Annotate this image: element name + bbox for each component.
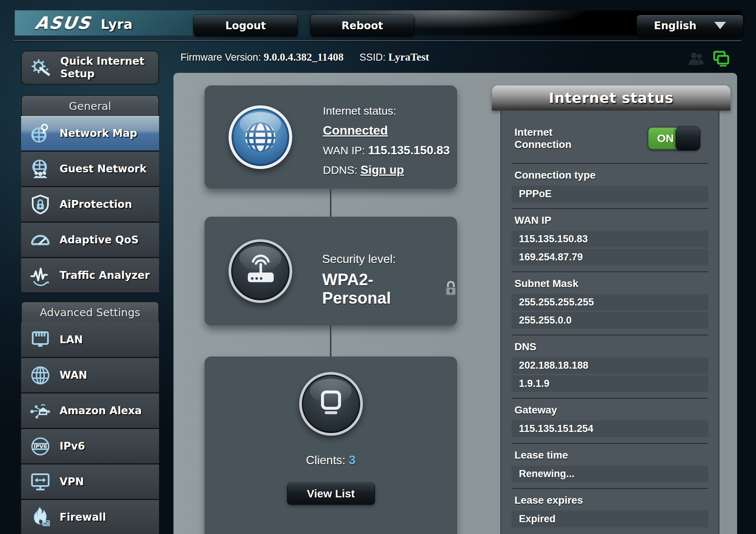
- sidebar-group-advanced-settings: Advanced Settings: [21, 301, 159, 322]
- panel-section-label: DNS: [514, 341, 708, 353]
- clients-count-line: Clients: 3: [205, 453, 457, 467]
- reboot-button[interactable]: Reboot: [310, 15, 414, 36]
- lan-icon: [28, 328, 52, 352]
- header-divider: [15, 40, 741, 41]
- ddns-signup-link[interactable]: Sign up: [361, 163, 404, 176]
- sidebar-item-label: Traffic Analyzer: [60, 269, 150, 281]
- sidebar-item-traffic-analyzer[interactable]: Traffic Analyzer: [21, 258, 159, 294]
- sidebar-item-lan[interactable]: LAN: [21, 322, 159, 358]
- sidebar-item-label: AiProtection: [60, 198, 132, 210]
- panel-value-row: Expired: [512, 511, 708, 527]
- sidebar-item-label: IPv6: [60, 440, 85, 452]
- logout-button[interactable]: Logout: [193, 15, 298, 36]
- sidebar-item-aiprotection[interactable]: AiProtection: [21, 187, 159, 223]
- asus-logo: ASUS: [34, 13, 92, 33]
- sidebar: Quick Internet Setup GeneralNetwork MapG…: [21, 48, 159, 534]
- sidebar-item-firewall[interactable]: Firewall: [21, 500, 159, 534]
- client-badge-icon[interactable]: [299, 372, 363, 436]
- clients-label: Clients:: [306, 453, 345, 467]
- top-banner: ASUS Lyra Logout Reboot English: [15, 10, 741, 36]
- internet-status-panel-header: Internet status: [492, 85, 730, 111]
- network-map-icon: [28, 122, 52, 145]
- sidebar-item-ipv6[interactable]: IPV6IPv6: [21, 429, 159, 464]
- vpn-icon: [28, 470, 52, 494]
- panel-section-label: Lease expires: [514, 494, 708, 506]
- language-dropdown[interactable]: English: [637, 15, 743, 36]
- panel-section-label: Subnet Mask: [514, 278, 708, 290]
- map-connector-line: [330, 325, 331, 356]
- panel-value-row: 255.255.255.255: [512, 294, 708, 311]
- section-divider: [512, 163, 708, 164]
- wan-icon: [28, 364, 52, 387]
- sidebar-item-adaptive-qos[interactable]: Adaptive QoS: [21, 223, 159, 258]
- internet-connection-toggle[interactable]: ON: [648, 127, 700, 150]
- security-card-text: Security level: WPA2-Personal: [316, 217, 457, 325]
- sidebar-item-wan[interactable]: WAN: [21, 358, 159, 393]
- ddns-label: DDNS:: [323, 164, 357, 176]
- wan-ip-value: 115.135.150.83: [368, 143, 450, 157]
- header-icons: [688, 50, 729, 68]
- wan-ip-label: WAN IP:: [323, 144, 365, 156]
- view-list-button[interactable]: View List: [287, 483, 375, 505]
- internet-connection-row: Internet Connection ON: [512, 111, 708, 163]
- internet-card-icon-column: [205, 85, 317, 189]
- panel-section-wan-ip: WAN IP115.135.150.83169.254.87.79: [512, 208, 708, 271]
- section-divider: [512, 335, 708, 336]
- section-divider: [512, 488, 708, 489]
- sidebar-item-label: LAN: [60, 334, 83, 346]
- panel-value-row: 202.188.18.188: [512, 357, 708, 374]
- firmware-row: Firmware Version: 9.0.0.4.382_11408 SSID…: [180, 51, 429, 63]
- sidebar-group-general: General: [21, 95, 159, 116]
- security-level-line: WPA2-Personal: [322, 270, 457, 307]
- panel-title: Internet status: [549, 90, 674, 106]
- panel-value-row: 169.254.87.79: [512, 249, 708, 266]
- client-devices-icon[interactable]: [712, 50, 729, 68]
- sidebar-item-network-map[interactable]: Network Map: [21, 116, 159, 152]
- panel-section-label: WAN IP: [514, 214, 708, 226]
- app-window: ASUS Lyra Logout Reboot English Firmware…: [0, 0, 756, 534]
- sidebar-item-label: Guest Network: [60, 163, 146, 175]
- clients-count-value: 3: [349, 453, 356, 467]
- panel-section-lease-time: Lease timeRenewing...: [512, 443, 708, 488]
- panel-value-row: Renewing...: [512, 466, 708, 482]
- quick-internet-setup-icon: [29, 56, 53, 80]
- sidebar-item-quick-internet-setup[interactable]: Quick Internet Setup: [21, 51, 159, 85]
- panel-section-connection-type: Connection typePPPoE: [512, 163, 708, 208]
- panel-section-label: Connection type: [514, 169, 708, 181]
- router-badge-icon[interactable]: [229, 239, 292, 303]
- security-level-card: Security level: WPA2-Personal: [205, 217, 457, 325]
- language-value: English: [654, 20, 696, 32]
- sidebar-item-vpn[interactable]: VPN: [21, 464, 159, 500]
- panel-value-row: 255.255.0.0: [512, 312, 708, 329]
- product-name: Lyra: [101, 17, 132, 32]
- panel-value-row: 115.135.151.254: [512, 420, 708, 437]
- internet-status-value-link[interactable]: Connected: [323, 123, 388, 137]
- section-divider: [512, 271, 708, 273]
- security-level-value: WPA2-Personal: [322, 270, 438, 307]
- internet-status-panel: Internet Connection ON Connection typePP…: [500, 111, 719, 534]
- section-divider: [512, 208, 708, 209]
- section-divider: [512, 443, 708, 444]
- traffic-analyzer-icon: [28, 264, 52, 287]
- sidebar-item-label: VPN: [60, 476, 84, 488]
- firmware-label: Firmware Version:: [180, 52, 261, 63]
- sidebar-item-amazon-alexa[interactable]: Amazon Alexa: [21, 393, 159, 429]
- adaptive-qos-icon: [28, 228, 52, 252]
- guest-network-icon: [28, 157, 52, 181]
- sidebar-item-label: Quick Internet Setup: [60, 55, 153, 80]
- globe-badge-icon[interactable]: [229, 105, 292, 169]
- internet-status-label: Internet status:: [323, 105, 450, 117]
- firmware-value: 9.0.0.4.382_11408: [264, 51, 344, 63]
- panel-section-gateway: Gateway115.135.151.254: [512, 398, 708, 443]
- wan-ip-line: WAN IP: 115.135.150.83: [323, 143, 450, 157]
- panel-value-row: 1.9.1.9: [512, 375, 708, 392]
- security-card-icon-column: [205, 217, 316, 325]
- sidebar-item-guest-network[interactable]: Guest Network: [21, 152, 159, 187]
- internet-connection-label: Internet Connection: [514, 126, 607, 151]
- users-icon[interactable]: [688, 51, 704, 67]
- toggle-knob[interactable]: [676, 127, 700, 151]
- section-divider: [512, 398, 708, 399]
- sidebar-item-label: Network Map: [60, 127, 137, 139]
- ssid-value: LyraTest: [388, 51, 429, 63]
- lock-icon: [445, 280, 457, 298]
